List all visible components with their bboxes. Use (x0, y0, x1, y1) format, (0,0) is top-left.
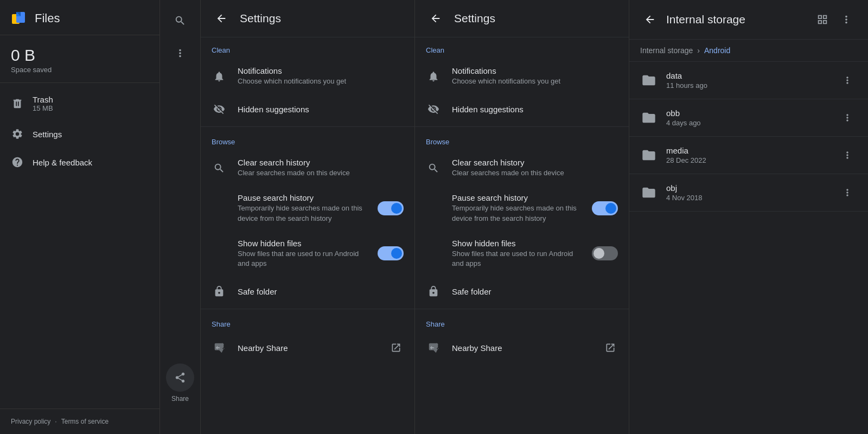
sidebar-item-trash[interactable]: Trash 15 MB (0, 87, 153, 120)
settings-title-right: Settings (454, 12, 495, 25)
storage-summary: 0 B Space saved (0, 35, 159, 83)
sidebar-item-help[interactable]: Help & feedback (0, 148, 153, 176)
notifications-item-left[interactable]: Notifications Choose which notifications… (201, 59, 414, 94)
settings-icon (11, 127, 24, 141)
file-info-data: data 11 hours ago (666, 71, 829, 90)
notifications-desc-left: Choose which notifications you get (238, 76, 404, 86)
notifications-item-right[interactable]: Notifications Choose which notifications… (415, 59, 629, 94)
breadcrumb: Internal storage › Android (629, 40, 868, 62)
help-label: Help & feedback (33, 158, 92, 167)
file-overflow-data[interactable] (838, 71, 857, 90)
notifications-desc-right: Choose which notifications you get (452, 76, 618, 86)
file-info-obb: obb 4 days ago (666, 108, 829, 127)
show-hidden-item-left[interactable]: Show hidden files Show files that are us… (201, 231, 414, 276)
back-button-left[interactable] (212, 9, 231, 28)
search-button[interactable] (169, 10, 191, 31)
file-overflow-obb[interactable] (838, 108, 857, 127)
back-button-right[interactable] (426, 9, 445, 28)
breadcrumb-internal[interactable]: Internal storage (640, 46, 693, 55)
overflow-button[interactable] (169, 42, 191, 64)
file-overflow-media[interactable] (838, 145, 857, 165)
bell-icon-right (426, 69, 441, 84)
notifications-content-left: Notifications Choose which notifications… (238, 66, 404, 86)
show-hidden-desc-left: Show files that are used to run Android … (238, 249, 367, 269)
show-hidden-icon-left (212, 246, 227, 261)
clear-search-item-left[interactable]: Clear search history Clear searches made… (201, 150, 414, 186)
settings-header-left: Settings (201, 0, 414, 37)
file-name-data: data (666, 71, 829, 80)
help-icon (11, 156, 24, 169)
show-hidden-content-left: Show hidden files Show files that are us… (238, 239, 367, 269)
nearby-share-title-left: Nearby Share (238, 343, 378, 353)
sidebar-item-settings[interactable]: Settings (0, 120, 153, 148)
file-item-media[interactable]: media 28 Dec 2022 (629, 137, 868, 174)
file-date-obj: 4 Nov 2018 (666, 194, 829, 202)
storage-title: Internal storage (666, 13, 805, 26)
nearby-share-content-left: Nearby Share (238, 343, 378, 353)
storage-overflow-button[interactable] (835, 9, 857, 30)
storage-header: Internal storage (629, 0, 868, 40)
settings-header-right: Settings (415, 0, 629, 37)
hidden-suggestions-item-right[interactable]: Hidden suggestions (415, 94, 629, 124)
folder-icon-obb (640, 109, 658, 126)
bell-icon (212, 69, 227, 84)
sidebar-footer: Privacy policy · Terms of service (0, 409, 159, 434)
show-hidden-toggle-right[interactable] (592, 246, 618, 260)
pause-search-title-left: Pause search history (238, 193, 367, 202)
toggle-knob-3 (605, 203, 616, 214)
eye-off-icon-right (426, 101, 441, 117)
terms-link[interactable]: Terms of service (61, 418, 108, 425)
safe-folder-content-right: Safe folder (452, 287, 618, 296)
divider-2-left (201, 309, 414, 309)
search-icon-left (212, 161, 227, 176)
safe-folder-item-right[interactable]: Safe folder (415, 276, 629, 307)
show-hidden-toggle-left[interactable] (378, 246, 404, 260)
trash-size: 15 MB (33, 104, 53, 112)
breadcrumb-android[interactable]: Android (704, 46, 730, 55)
file-item-obj[interactable]: obj 4 Nov 2018 (629, 174, 868, 212)
nearby-share-item-left[interactable]: Nearby Share (201, 333, 414, 363)
lock-icon-right (426, 284, 441, 299)
narrow-panel: Share (160, 0, 201, 434)
section-browse-left: Browse (201, 129, 414, 150)
hidden-sugg-content-left: Hidden suggestions (238, 105, 404, 114)
file-name-obb: obb (666, 108, 829, 118)
show-hidden-item-right[interactable]: Show hidden files Show files that are us… (415, 231, 629, 276)
share-button[interactable] (166, 363, 194, 392)
clear-search-title-right: Clear search history (452, 158, 618, 167)
pause-search-item-left[interactable]: Pause search history Temporarily hide se… (201, 186, 414, 231)
files-logo (11, 10, 28, 27)
trash-labels: Trash 15 MB (33, 95, 53, 112)
safe-folder-content-left: Safe folder (238, 287, 404, 296)
safe-folder-title-right: Safe folder (452, 287, 618, 296)
trash-label: Trash (33, 95, 53, 104)
file-item-obb[interactable]: obb 4 days ago (629, 99, 868, 137)
nearby-share-icon-left (212, 340, 227, 355)
file-item-data[interactable]: data 11 hours ago (629, 62, 868, 99)
pause-search-toggle-right[interactable] (592, 201, 618, 215)
sidebar-nav: Trash 15 MB Settings Help & feedback (0, 83, 159, 409)
storage-back-button[interactable] (640, 10, 660, 29)
folder-icon-media (640, 146, 658, 164)
pause-search-toggle-left[interactable] (378, 201, 404, 215)
app-title: Files (35, 11, 60, 25)
divider-2-right (415, 309, 629, 309)
search-icon-right (426, 161, 441, 176)
settings-label: Settings (33, 130, 62, 139)
safe-folder-item-left[interactable]: Safe folder (201, 276, 414, 307)
nearby-share-content-right: Nearby Share (452, 343, 592, 353)
privacy-link[interactable]: Privacy policy (11, 418, 50, 425)
nearby-share-item-right[interactable]: Nearby Share (415, 333, 629, 363)
clear-search-item-right[interactable]: Clear search history Clear searches made… (415, 150, 629, 186)
file-overflow-obj[interactable] (838, 183, 857, 202)
section-clean-right: Clean (415, 37, 629, 59)
storage-label: Space saved (11, 66, 149, 74)
lock-icon-left (212, 284, 227, 299)
clear-search-title-left: Clear search history (238, 158, 404, 167)
nearby-share-icon-right (426, 340, 441, 355)
file-name-obj: obj (666, 183, 829, 193)
grid-view-button[interactable] (812, 9, 833, 30)
hidden-suggestions-item-left[interactable]: Hidden suggestions (201, 94, 414, 124)
file-list: data 11 hours ago obb 4 days ago (629, 62, 868, 434)
pause-search-item-right[interactable]: Pause search history Temporarily hide se… (415, 186, 629, 231)
